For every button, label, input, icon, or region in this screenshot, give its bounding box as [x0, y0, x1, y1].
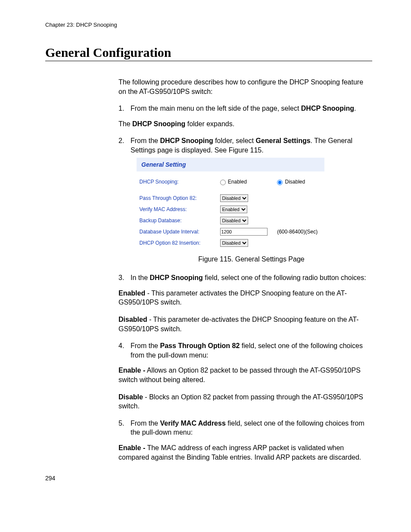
step-5: 5. From the Verify MAC Address field, se… [118, 419, 372, 437]
bold-text: Enable - [118, 444, 145, 451]
text: The [118, 120, 132, 128]
step-body: From the Verify MAC Address field, selec… [131, 419, 372, 437]
text: From the [131, 420, 160, 427]
bold-text: Verify MAC Address [160, 420, 225, 427]
general-setting-panel: General Setting DHCP Snooping: Enabled D… [137, 158, 324, 249]
text: - This parameter de-activates the DHCP S… [118, 316, 359, 333]
step-4-disable: Disable - Blocks an Option 82 packet fro… [118, 392, 372, 411]
step-3-disabled: Disabled - This parameter de-activates t… [118, 315, 372, 333]
dhcp-snooping-label: DHCP Snooping: [137, 177, 218, 187]
step-body: In the DHCP Snooping field, select one o… [131, 273, 372, 283]
backup-db-row: Backup Database: Disabled [137, 215, 324, 226]
step-body: From the Pass Through Option 82 field, s… [131, 341, 372, 360]
bold-text: DHCP Snooping [132, 120, 185, 128]
insertion-label: DHCP Option 82 Insertion: [137, 237, 218, 249]
figure-caption: Figure 115. General Settings Page [131, 255, 372, 264]
verify-mac-row: Verify MAC Address: Enabled [137, 204, 324, 215]
bold-text: Enabled [118, 289, 145, 297]
step-4-enable: Enable - Allows an Option 82 packet to b… [118, 366, 372, 384]
step-1: 1. From the main menu on the left side o… [118, 104, 372, 113]
backup-db-label: Backup Database: [137, 215, 218, 226]
text: Allows an Option 82 packet to be passed … [118, 367, 361, 383]
step-number: 5. [118, 419, 131, 437]
radio-disabled[interactable] [277, 180, 283, 185]
text: From the main menu on the left side of t… [131, 105, 301, 112]
interval-input[interactable] [220, 228, 268, 236]
verify-mac-label: Verify MAC Address: [137, 204, 218, 215]
step-number: 1. [118, 104, 131, 113]
text: folder expands. [185, 120, 234, 128]
step-number: 2. [118, 136, 131, 155]
radio-label: Disabled [285, 179, 305, 185]
step-4: 4. From the Pass Through Option 82 field… [118, 341, 372, 360]
pass-through-label: Pass Through Option 82: [137, 193, 218, 204]
text: In the [131, 274, 149, 281]
dhcp-snooping-row: DHCP Snooping: Enabled Disabled [137, 177, 324, 187]
backup-db-select[interactable]: Disabled [220, 217, 248, 224]
step-number: 4. [118, 341, 131, 360]
step-body: From the DHCP Snooping folder, select Ge… [131, 136, 372, 155]
bold-text: Disabled [118, 316, 147, 323]
page-number: 294 [45, 475, 372, 482]
step-2: 2. From the DHCP Snooping folder, select… [118, 136, 372, 155]
bold-text: Pass Through Option 82 [160, 342, 240, 349]
interval-label: Database Update Interval: [137, 226, 218, 237]
radio-enabled[interactable] [220, 180, 226, 185]
step-1-followup: The DHCP Snooping folder expands. [118, 119, 372, 129]
interval-row: Database Update Interval: (600-86400)(Se… [137, 226, 324, 237]
step-5-enable: Enable - The MAC address of each ingress… [118, 443, 372, 462]
step-3: 3. In the DHCP Snooping field, select on… [118, 273, 372, 283]
dhcp-enabled-option[interactable]: Enabled [218, 177, 275, 187]
verify-mac-select[interactable]: Enabled [220, 205, 247, 213]
text: . [354, 105, 356, 112]
step-3-enabled: Enabled - This parameter activates the D… [118, 289, 372, 307]
page-container: Chapter 23: DHCP Snooping General Config… [0, 0, 411, 499]
text: From the [131, 342, 160, 349]
panel-title: General Setting [137, 158, 324, 171]
chapter-header: Chapter 23: DHCP Snooping [45, 22, 372, 28]
section-title: General Configuration [45, 45, 372, 61]
text: - Blocks an Option 82 packet from passin… [118, 393, 363, 410]
pass-through-row: Pass Through Option 82: Disabled [137, 193, 324, 204]
text: field, select one of the following radio… [203, 274, 366, 281]
radio-label: Enabled [228, 179, 247, 185]
text: folder, select [213, 137, 256, 144]
bold-text: DHCP Snooping [160, 137, 213, 144]
pass-through-select[interactable]: Disabled [220, 194, 248, 202]
insertion-row: DHCP Option 82 Insertion: Disabled [137, 237, 324, 249]
step-body: From the main menu on the left side of t… [131, 104, 372, 113]
body-column: The following procedure describes how to… [118, 78, 372, 462]
interval-hint: (600-86400)(Sec) [274, 226, 324, 237]
bold-text: DHCP Snooping [149, 274, 202, 281]
insertion-select[interactable]: Disabled [220, 239, 248, 247]
bold-text: Disable [118, 393, 143, 401]
step-number: 3. [118, 273, 131, 283]
bold-text: General Settings [255, 137, 310, 144]
intro-paragraph: The following procedure describes how to… [118, 78, 372, 96]
dhcp-disabled-option[interactable]: Disabled [274, 177, 324, 187]
text: - This parameter activates the DHCP Snoo… [118, 289, 347, 306]
text: From the [131, 137, 160, 144]
text: The MAC address of each ingress ARP pack… [118, 444, 361, 461]
figure-115: General Setting DHCP Snooping: Enabled D… [137, 158, 372, 249]
bold-text: Enable - [118, 367, 145, 374]
bold-text: DHCP Snooping [301, 105, 354, 112]
